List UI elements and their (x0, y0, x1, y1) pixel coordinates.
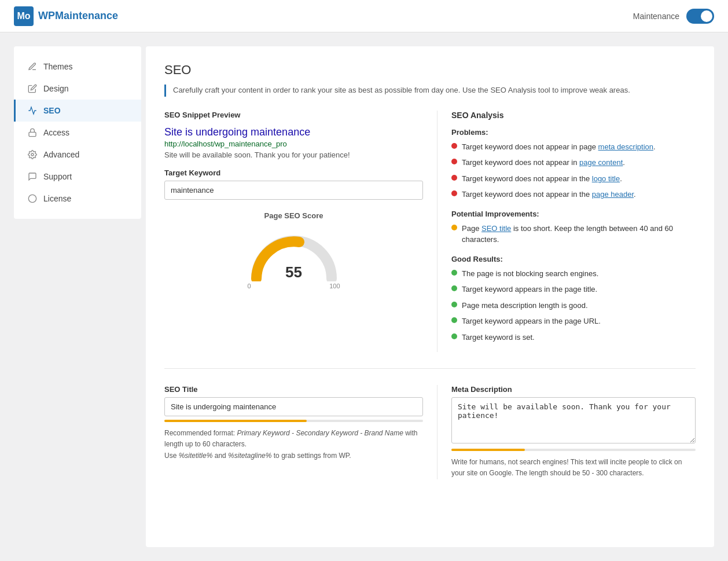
logo-icon: Mo (14, 6, 34, 26)
gauge-wrapper: 55 (248, 229, 340, 281)
improvement-item-1: Page SEO title is too short. Keep the le… (451, 223, 696, 245)
gauge-score: 55 (285, 263, 302, 281)
license-label: License (43, 194, 71, 203)
design-label: Design (43, 84, 69, 93)
seo-title-progress-fill (164, 420, 307, 422)
gauge-min: 0 (248, 283, 251, 289)
top-two-col: SEO Snippet Preview Site is undergoing m… (164, 111, 696, 353)
main-content: SEO Carefully craft your content in orde… (146, 46, 714, 547)
seo-title-link[interactable]: SEO title (481, 224, 511, 233)
seo-title-progress-bar (164, 420, 423, 422)
sidebar-item-access[interactable]: Access (14, 122, 141, 144)
red-dot-1 (451, 143, 457, 149)
gauge-title: Page SEO Score (264, 211, 323, 220)
bottom-two-col: SEO Title Recommended format: Primary Ke… (164, 385, 696, 479)
header-right: Maintenance (633, 9, 714, 24)
sidebar-item-advanced[interactable]: Advanced (14, 144, 141, 166)
improvements-label: Potential Improvements: (451, 210, 696, 218)
sidebar-item-support[interactable]: Support (14, 166, 141, 188)
improvements-list: Page SEO title is too short. Keep the le… (451, 223, 696, 245)
problem-item-1: Target keyword does not appear in page m… (451, 141, 696, 153)
page-header-link[interactable]: page header (592, 190, 634, 199)
gauge-max: 100 (329, 283, 340, 289)
access-label: Access (43, 128, 69, 137)
themes-label: Themes (43, 62, 73, 71)
good-item-2: Target keyword appears in the page title… (451, 284, 696, 295)
svg-point-2 (28, 195, 36, 202)
good-item-3: Page meta description length is good. (451, 300, 696, 311)
sidebar-item-seo[interactable]: SEO (14, 100, 141, 122)
meta-description-link[interactable]: meta description (598, 142, 653, 151)
green-dot-4 (451, 317, 457, 323)
good-results-list: The page is not blocking search engines.… (451, 268, 696, 343)
target-keyword-input[interactable] (164, 181, 423, 200)
sidebar: Themes Design SEO Access Advanced (14, 46, 141, 219)
themes-icon (27, 61, 38, 72)
seo-analysis-section: SEO Analysis Problems: Target keyword do… (437, 111, 696, 353)
meta-description-section: Meta Description Site will be available … (437, 385, 696, 479)
seo-icon (27, 105, 38, 116)
red-dot-2 (451, 159, 457, 164)
maintenance-toggle[interactable] (686, 9, 714, 24)
meta-desc-progress-fill (451, 449, 525, 451)
page-title: SEO (164, 63, 696, 78)
section-divider (164, 368, 696, 369)
maintenance-label: Maintenance (633, 12, 679, 21)
meta-description-hint: Write for humans, not search engines! Th… (451, 457, 696, 479)
support-icon (27, 171, 38, 182)
good-item-5: Target keyword is set. (451, 332, 696, 343)
svg-point-1 (31, 153, 34, 156)
sidebar-item-design[interactable]: Design (14, 78, 141, 100)
good-item-1: The page is not blocking search engines. (451, 268, 696, 280)
problem-item-2: Target keyword does not appear in page c… (451, 157, 696, 168)
green-dot-2 (451, 285, 457, 291)
access-icon (27, 127, 38, 138)
problems-list: Target keyword does not appear in page m… (451, 141, 696, 200)
seo-label: SEO (43, 106, 61, 115)
meta-description-textarea[interactable]: Site will be available soon. Thank you f… (451, 397, 696, 443)
green-dot-3 (451, 302, 457, 307)
meta-description-label: Meta Description (451, 385, 696, 394)
good-results-label: Good Results: (451, 255, 696, 263)
seo-title-hint: Recommended format: Primary Keyword - Se… (164, 428, 423, 461)
advanced-icon (27, 149, 38, 160)
page-content-link[interactable]: page content (579, 158, 623, 167)
target-keyword-label: Target Keyword (164, 168, 423, 177)
gauge-container: Page SEO Score 55 0 100 (164, 211, 423, 289)
advanced-label: Advanced (43, 150, 79, 159)
problem-item-3: Target keyword does not appear in the lo… (451, 173, 696, 185)
svg-rect-0 (29, 132, 36, 136)
green-dot-5 (451, 333, 457, 339)
logo-title-link[interactable]: logo title (592, 174, 620, 183)
red-dot-4 (451, 190, 457, 196)
green-dot-1 (451, 270, 457, 276)
good-item-4: Target keyword appears in the page URL. (451, 316, 696, 327)
orange-dot-1 (451, 225, 457, 230)
seo-analysis-title: SEO Analysis (451, 111, 696, 120)
red-dot-3 (451, 175, 457, 181)
snippet-url: http://localhost/wp_maintenance_pro (164, 140, 423, 148)
left-column: SEO Snippet Preview Site is undergoing m… (164, 111, 423, 353)
design-icon (27, 83, 38, 94)
snippet-preview-label: SEO Snippet Preview (164, 111, 423, 119)
logo-area: Mo WPMaintenance (14, 6, 118, 26)
problems-label: Problems: (451, 128, 696, 137)
seo-title-section: SEO Title Recommended format: Primary Ke… (164, 385, 423, 479)
seo-title-label: SEO Title (164, 385, 423, 394)
sidebar-item-license[interactable]: License (14, 188, 141, 210)
app-wrapper: Themes Design SEO Access Advanced (0, 32, 728, 561)
snippet-site-title[interactable]: Site is undergoing maintenance (164, 126, 423, 138)
logo-text: WPMaintenance (38, 10, 118, 22)
top-header: Mo WPMaintenance Maintenance (0, 0, 728, 32)
sidebar-item-themes[interactable]: Themes (14, 56, 141, 78)
gauge-labels: 0 100 (248, 283, 340, 289)
license-icon (27, 193, 38, 204)
snippet-description: Site will be available soon. Thank you f… (164, 151, 423, 159)
seo-title-input[interactable] (164, 397, 423, 416)
problem-item-4: Target keyword does not appear in the pa… (451, 189, 696, 200)
meta-desc-progress-bar (451, 449, 696, 451)
page-description: Carefully craft your content in order to… (164, 85, 696, 97)
support-label: Support (43, 172, 72, 181)
